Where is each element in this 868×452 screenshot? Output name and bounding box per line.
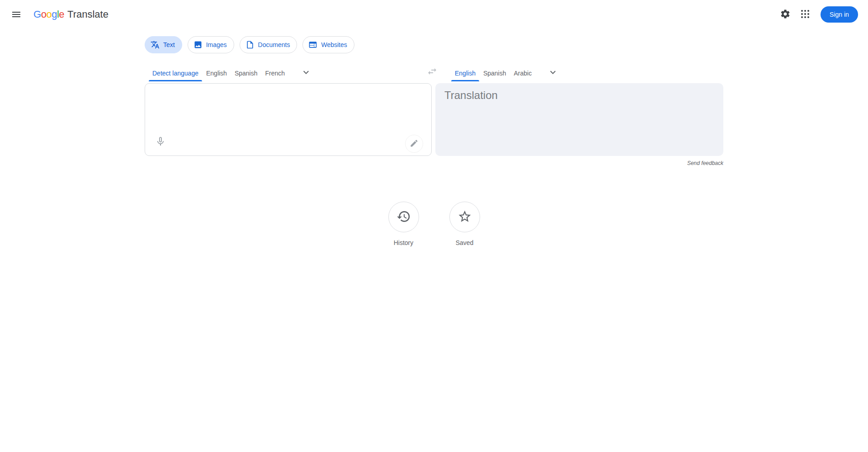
target-more-languages-button[interactable] bbox=[542, 65, 564, 81]
website-icon bbox=[308, 40, 317, 49]
settings-button[interactable] bbox=[775, 5, 795, 24]
tab-websites-label: Websites bbox=[321, 41, 347, 48]
tab-text[interactable]: Text bbox=[145, 36, 182, 53]
chevron-down-icon bbox=[547, 67, 558, 79]
google-apps-button[interactable] bbox=[795, 5, 815, 24]
source-lang-detect-label: Detect language bbox=[152, 70, 198, 77]
source-more-languages-button[interactable] bbox=[295, 65, 317, 81]
hamburger-menu-icon bbox=[11, 9, 22, 20]
history-icon bbox=[396, 209, 411, 225]
voice-input-button[interactable] bbox=[151, 133, 170, 151]
tab-documents-label: Documents bbox=[258, 41, 290, 48]
translation-placeholder: Translation bbox=[444, 89, 714, 102]
translate-panels: Translation bbox=[145, 83, 723, 156]
google-translate-logo[interactable]: Google Translate bbox=[33, 9, 108, 20]
source-lang-spanish-label: Spanish bbox=[235, 70, 258, 77]
history-button[interactable] bbox=[388, 202, 419, 232]
sign-in-label: Sign in bbox=[830, 11, 849, 18]
tab-images-label: Images bbox=[206, 41, 227, 48]
source-lang-french-label: French bbox=[265, 70, 285, 77]
tab-images[interactable]: Images bbox=[188, 36, 234, 53]
swap-languages-button[interactable] bbox=[423, 63, 441, 81]
target-lang-arabic-label: Arabic bbox=[514, 70, 532, 77]
language-bar: Detect language English Spanish French E… bbox=[145, 65, 723, 81]
source-lang-english-label: English bbox=[206, 70, 227, 77]
tab-websites[interactable]: Websites bbox=[302, 36, 354, 53]
saved-label: Saved bbox=[456, 239, 474, 246]
saved-button[interactable] bbox=[449, 202, 480, 232]
settings-gear-icon bbox=[780, 9, 791, 21]
send-feedback-link[interactable]: Send feedback bbox=[687, 160, 723, 166]
document-icon bbox=[245, 40, 255, 49]
target-language-tabs: English Spanish Arabic bbox=[435, 65, 723, 81]
google-apps-grid-icon bbox=[800, 9, 811, 21]
source-lang-spanish[interactable]: Spanish bbox=[231, 65, 261, 81]
sign-in-button[interactable]: Sign in bbox=[821, 6, 858, 23]
target-lang-arabic[interactable]: Arabic bbox=[510, 65, 536, 81]
mode-tabs: Text Images Documents Websites bbox=[145, 36, 723, 53]
target-lang-english-label: English bbox=[455, 70, 476, 77]
chevron-down-icon bbox=[301, 67, 311, 79]
target-lang-english[interactable]: English bbox=[451, 65, 479, 81]
product-name: Translate bbox=[67, 9, 108, 20]
image-icon bbox=[193, 40, 203, 49]
main-menu-button[interactable] bbox=[5, 4, 27, 25]
feedback-row: Send feedback bbox=[145, 159, 723, 167]
source-lang-english[interactable]: English bbox=[203, 65, 231, 81]
tab-documents[interactable]: Documents bbox=[240, 36, 297, 53]
source-lang-french[interactable]: French bbox=[261, 65, 288, 81]
swap-languages-icon bbox=[427, 66, 438, 78]
target-lang-spanish-label: Spanish bbox=[483, 70, 506, 77]
source-lang-detect[interactable]: Detect language bbox=[149, 65, 202, 81]
translate-icon bbox=[151, 40, 160, 49]
tab-text-label: Text bbox=[163, 41, 175, 48]
translation-panel: Translation bbox=[435, 83, 723, 156]
source-text-input[interactable] bbox=[154, 89, 422, 130]
handwriting-input-button[interactable] bbox=[405, 135, 423, 153]
star-icon bbox=[458, 209, 472, 225]
history-shortcut: History bbox=[388, 202, 419, 246]
pencil-icon bbox=[410, 139, 419, 149]
app-header: Google Translate Sign in bbox=[0, 0, 868, 29]
microphone-icon bbox=[155, 136, 166, 148]
shortcuts: History Saved bbox=[145, 202, 723, 246]
main-content: Text Images Documents Websites Detect la… bbox=[145, 36, 723, 246]
target-lang-spanish[interactable]: Spanish bbox=[480, 65, 510, 81]
saved-shortcut: Saved bbox=[449, 202, 480, 246]
google-wordmark: Google bbox=[33, 9, 64, 20]
history-label: History bbox=[394, 239, 414, 246]
source-text-panel bbox=[145, 83, 432, 156]
source-language-tabs: Detect language English Spanish French bbox=[145, 65, 432, 81]
